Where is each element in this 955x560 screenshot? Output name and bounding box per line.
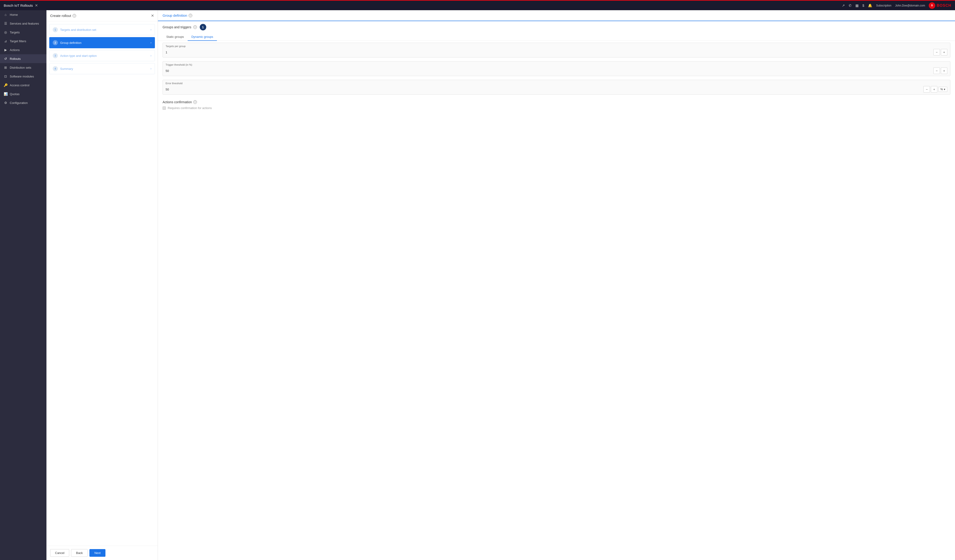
next-button[interactable]: Next [89, 549, 105, 557]
tab-static-groups[interactable]: Static groups [163, 33, 188, 41]
step-label-4: Summary [60, 67, 148, 70]
detail-header-info-icon[interactable]: ⓘ [189, 14, 192, 17]
actions-confirmation-info-icon[interactable]: ⓘ [193, 100, 197, 104]
tab-bar: Static groups Dynamic groups [158, 33, 955, 41]
sidebar-item-software-modules[interactable]: ⊡ Software modules [0, 72, 47, 81]
rollouts-icon: ↺ [4, 57, 8, 61]
error-threshold-minus[interactable]: − [924, 86, 930, 92]
sidebar: ⌂ Home ☰ Services and features ◎ Targets… [0, 10, 47, 560]
topbar-title: Bosch IoT Rollouts [4, 3, 33, 8]
step-number-4: 4 [53, 66, 58, 71]
targets-per-group-plus[interactable]: + [941, 49, 947, 55]
sidebar-item-distribution-sets[interactable]: ⊞ Distribution sets [0, 63, 47, 72]
sidebar-item-services[interactable]: ☰ Services and features [0, 19, 47, 28]
back-button[interactable]: Back [71, 549, 88, 557]
wizard-step-4[interactable]: 4 Summary › [49, 63, 155, 74]
tab-dynamic-groups[interactable]: Dynamic groups [188, 33, 217, 41]
wizard-footer: Cancel Back Next [47, 546, 158, 560]
user-label[interactable]: John.Doe@domain.com [895, 4, 925, 7]
wizard-step-1[interactable]: 1 Targets and distribution set › [49, 24, 155, 35]
sidebar-label-rollouts: Rollouts [10, 57, 21, 61]
layout-icon[interactable]: ▦ [855, 3, 859, 8]
subscription-label[interactable]: Subscription [876, 4, 891, 7]
bell-icon[interactable]: 🔔 [868, 3, 872, 8]
services-icon: ☰ [4, 22, 8, 25]
wizard-info-icon[interactable]: ⓘ [72, 14, 76, 18]
trigger-threshold-controls: − + [933, 67, 947, 74]
actions-icon: ▶ [4, 48, 8, 52]
step-number-2: 2 [53, 40, 58, 45]
groups-triggers-title: Groups and triggers [163, 25, 191, 29]
step-arrow-4: › [150, 67, 152, 70]
wizard-steps: 1 Targets and distribution set › 2 Group… [47, 21, 158, 546]
targets-per-group-body: 1 − + [163, 48, 950, 57]
sidebar-label-actions: Actions [10, 48, 20, 52]
sidebar-item-actions[interactable]: ▶ Actions [0, 45, 47, 54]
trigger-threshold-minus[interactable]: − [933, 67, 940, 74]
cancel-button[interactable]: Cancel [50, 549, 69, 557]
share-icon[interactable]: ↗ [842, 3, 845, 8]
wizard-title: Create rollout ⓘ [50, 14, 76, 18]
error-threshold-label: Error threshold [163, 80, 950, 85]
wizard-panel: Create rollout ⓘ ✕ 1 Targets and distrib… [47, 10, 158, 560]
quotas-icon: 📊 [4, 92, 8, 96]
topbar: Bosch IoT Rollouts ✕ ↗ ✆ ▦ $ 🔔 Subscript… [0, 0, 955, 10]
sidebar-item-targets[interactable]: ◎ Targets [0, 28, 47, 37]
sidebar-label-home: Home [10, 13, 18, 17]
step-number-1: 1 [53, 27, 58, 32]
trigger-threshold-body: 50 − + [163, 67, 950, 76]
error-threshold-plus[interactable]: + [931, 86, 937, 92]
sidebar-label-target-filters: Target filters [10, 39, 26, 43]
sidebar-item-access-control[interactable]: 🔑 Access control [0, 81, 47, 89]
topbar-right: ↗ ✆ ▦ $ 🔔 Subscription John.Doe@domain.c… [842, 2, 951, 9]
app-body: ⌂ Home ☰ Services and features ◎ Targets… [0, 10, 955, 560]
sidebar-item-rollouts[interactable]: ↺ Rollouts [0, 54, 47, 63]
actions-confirmation-section: Actions confirmation ⓘ Requires confirma… [158, 97, 955, 114]
error-threshold-unit-select[interactable]: % ▾ [938, 87, 947, 92]
groups-triggers-info-icon[interactable]: ⓘ [193, 25, 197, 29]
wizard-title-text: Create rollout [50, 14, 71, 18]
distribution-sets-icon: ⊞ [4, 66, 8, 69]
dollar-icon[interactable]: $ [862, 3, 864, 8]
sidebar-label-services: Services and features [10, 22, 39, 25]
error-threshold-body: 50 − + % ▾ [163, 85, 950, 94]
actions-confirmation-checkbox[interactable] [163, 106, 166, 110]
sidebar-label-software-modules: Software modules [10, 75, 34, 78]
wizard-close-button[interactable]: ✕ [151, 14, 154, 18]
actions-confirmation-checkbox-label: Requires confirmation for actions [168, 106, 212, 110]
modal-area: Create rollout ⓘ ✕ 1 Targets and distrib… [47, 10, 955, 560]
groups-triggers-badge: 1 [200, 24, 206, 30]
sidebar-item-quotas[interactable]: 📊 Quotas [0, 89, 47, 98]
sidebar-label-access-control: Access control [10, 84, 30, 87]
targets-icon: ◎ [4, 30, 8, 34]
error-threshold-controls: − + % ▾ [924, 86, 947, 92]
targets-per-group-minus[interactable]: − [933, 49, 940, 55]
detail-panel: Group definition ⓘ Groups and triggers ⓘ… [158, 10, 955, 560]
configuration-icon: ⚙ [4, 101, 8, 105]
error-threshold-unit: % [940, 88, 943, 91]
sidebar-label-targets: Targets [10, 31, 20, 34]
step-label-1: Targets and distribution set [60, 28, 148, 31]
step-arrow-3: › [150, 54, 152, 57]
sidebar-item-configuration[interactable]: ⚙ Configuration [0, 98, 47, 107]
error-threshold-dropdown-icon: ▾ [944, 88, 945, 91]
phone-icon[interactable]: ✆ [849, 3, 852, 8]
targets-per-group-controls: − + [933, 49, 947, 55]
bosch-logo-text: BOSCH [937, 3, 951, 8]
software-modules-icon: ⊡ [4, 75, 8, 78]
detail-header: Group definition ⓘ [158, 10, 955, 21]
trigger-threshold-value: 50 [166, 69, 933, 73]
targets-per-group-field: Targets per group 1 − + [163, 43, 950, 58]
step-arrow-2: › [150, 41, 152, 44]
sidebar-item-target-filters[interactable]: ⊿ Target filters [0, 37, 47, 45]
trigger-threshold-plus[interactable]: + [941, 67, 947, 74]
sidebar-label-distribution-sets: Distribution sets [10, 66, 31, 69]
wizard-step-2[interactable]: 2 Group definition › [49, 37, 155, 48]
error-threshold-field: Error threshold 50 − + % ▾ [163, 80, 950, 95]
target-filters-icon: ⊿ [4, 39, 8, 43]
step-label-2: Group definition [60, 41, 148, 45]
wizard-step-3[interactable]: 3 Action type and start option › [49, 50, 155, 61]
step-arrow-1: › [150, 28, 152, 31]
topbar-close-icon[interactable]: ✕ [35, 3, 38, 8]
sidebar-item-home[interactable]: ⌂ Home [0, 10, 47, 19]
